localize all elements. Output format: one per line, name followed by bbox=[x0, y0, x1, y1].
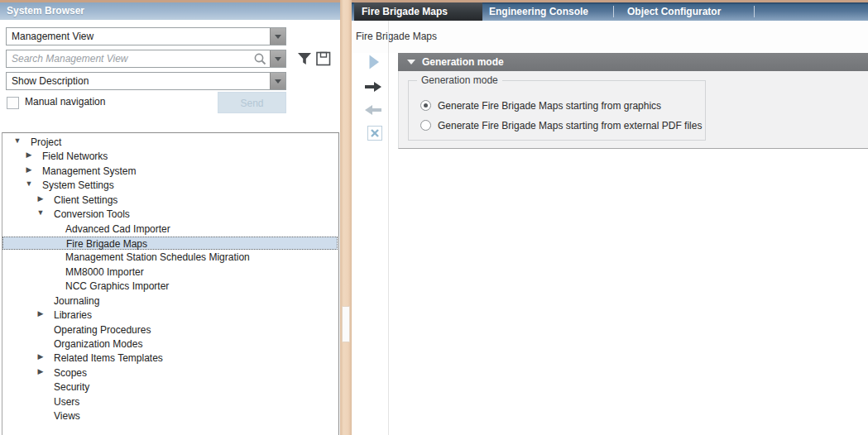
generation-mode-groupbox: Generation mode Generate Fire Brigade Ma… bbox=[408, 80, 706, 141]
view-selector-value: Management View bbox=[12, 29, 94, 44]
expand-arrow-icon[interactable]: ▶ bbox=[36, 309, 46, 318]
generation-mode-section-body: Generation mode Generate Fire Brigade Ma… bbox=[398, 71, 868, 149]
tab-object-configurator[interactable]: Object Configurator bbox=[614, 2, 754, 21]
tree-item-organization-modes[interactable]: Organization Modes bbox=[2, 337, 338, 351]
tree-item-project[interactable]: ▼Project bbox=[2, 136, 338, 149]
tree-item-journaling[interactable]: Journaling bbox=[2, 294, 338, 308]
chevron-down-icon[interactable] bbox=[270, 28, 285, 45]
section-title: Generation mode bbox=[422, 53, 504, 71]
tree-item-management-station-schedules-migration[interactable]: Management Station Schedules Migration bbox=[2, 251, 338, 264]
expand-arrow-icon[interactable]: ▶ bbox=[24, 165, 34, 174]
tree-item-scopes[interactable]: ▶Scopes bbox=[2, 366, 338, 380]
description-selector-value: Show Description bbox=[12, 74, 89, 88]
collapse-arrow-icon[interactable] bbox=[407, 60, 415, 69]
collapse-arrow-icon[interactable]: ▼ bbox=[36, 208, 46, 217]
radio-selected-icon[interactable] bbox=[420, 100, 431, 111]
tab-fire-brigade-maps[interactable]: Fire Brigade Maps bbox=[354, 2, 482, 21]
expand-arrow-icon[interactable]: ▶ bbox=[24, 151, 34, 159]
expand-arrow-icon[interactable]: ▶ bbox=[36, 194, 46, 203]
system-browser-panel: System Browser Management View Show Desc… bbox=[0, 2, 340, 435]
panel-title: System Browser bbox=[0, 2, 340, 20]
toolbar-divider bbox=[388, 21, 389, 435]
tree-item-field-networks[interactable]: ▶Field Networks bbox=[2, 150, 338, 163]
tree-item-management-system[interactable]: ▶Management System bbox=[2, 165, 338, 178]
tree-item-users[interactable]: Users bbox=[2, 395, 338, 409]
expand-arrow-icon[interactable]: ▶ bbox=[36, 367, 46, 375]
manual-navigation-label: Manual navigation bbox=[25, 96, 105, 108]
tree-item-conversion-tools[interactable]: ▼Conversion Tools bbox=[2, 208, 338, 221]
tree-item-fire-brigade-maps[interactable]: Fire Brigade Maps bbox=[2, 237, 338, 250]
search-icon bbox=[253, 52, 267, 69]
tree-item-client-settings[interactable]: ▶Client Settings bbox=[2, 194, 338, 207]
generation-mode-section-header[interactable]: Generation mode bbox=[398, 53, 868, 71]
radio-unselected-icon[interactable] bbox=[420, 120, 431, 131]
collapse-arrow-icon[interactable]: ▼ bbox=[12, 136, 22, 145]
tree-item-ncc-graphics-importer[interactable]: NCC Graphics Importer bbox=[2, 280, 338, 293]
tree-item-mm8000-importer[interactable]: MM8000 Importer bbox=[2, 265, 338, 279]
tree-item-system-settings[interactable]: ▼System Settings bbox=[2, 179, 338, 192]
tab-separator bbox=[754, 6, 755, 17]
filter-icon[interactable] bbox=[296, 50, 313, 67]
play-icon[interactable] bbox=[367, 54, 381, 74]
search-input[interactable] bbox=[7, 50, 256, 67]
send-button[interactable]: Send bbox=[218, 92, 286, 113]
breadcrumb: Fire Brigade Maps bbox=[356, 31, 437, 42]
chevron-down-icon[interactable] bbox=[270, 73, 285, 89]
tree-item-operating-procedures[interactable]: Operating Procedures bbox=[2, 323, 338, 337]
manual-navigation-checkbox[interactable] bbox=[7, 97, 19, 109]
tree-item-security[interactable]: Security bbox=[2, 380, 338, 394]
cancel-icon[interactable] bbox=[367, 126, 382, 141]
arrow-right-icon[interactable] bbox=[364, 81, 382, 96]
system-tree: ▼Project ▶Field Networks ▶Management Sys… bbox=[2, 132, 339, 435]
tree-item-views[interactable]: Views bbox=[2, 409, 338, 423]
breadcrumb-area: Fire Brigade Maps bbox=[352, 21, 868, 53]
description-selector[interactable]: Show Description bbox=[6, 72, 286, 90]
tree-item-advanced-cad-importer[interactable]: Advanced Cad Importer bbox=[2, 222, 338, 236]
search-dropdown-icon[interactable] bbox=[270, 50, 285, 67]
view-selector[interactable]: Management View bbox=[6, 27, 286, 45]
search-box bbox=[6, 50, 286, 68]
groupbox-legend: Generation mode bbox=[417, 74, 502, 86]
save-icon[interactable] bbox=[315, 50, 332, 67]
expand-arrow-icon[interactable]: ▶ bbox=[36, 352, 46, 361]
tree-item-related-items-templates[interactable]: ▶Related Items Templates bbox=[2, 351, 338, 365]
tab-engineering-console[interactable]: Engineering Console bbox=[482, 2, 613, 21]
tree-item-libraries[interactable]: ▶Libraries bbox=[2, 308, 338, 322]
collapse-arrow-icon[interactable]: ▼ bbox=[24, 179, 34, 188]
tab-bar: Fire Brigade Maps Engineering Console Ob… bbox=[352, 2, 868, 21]
scrollbar-thumb[interactable] bbox=[342, 306, 350, 342]
arrow-left-icon[interactable] bbox=[364, 104, 382, 119]
panel-splitter[interactable] bbox=[340, 0, 352, 435]
